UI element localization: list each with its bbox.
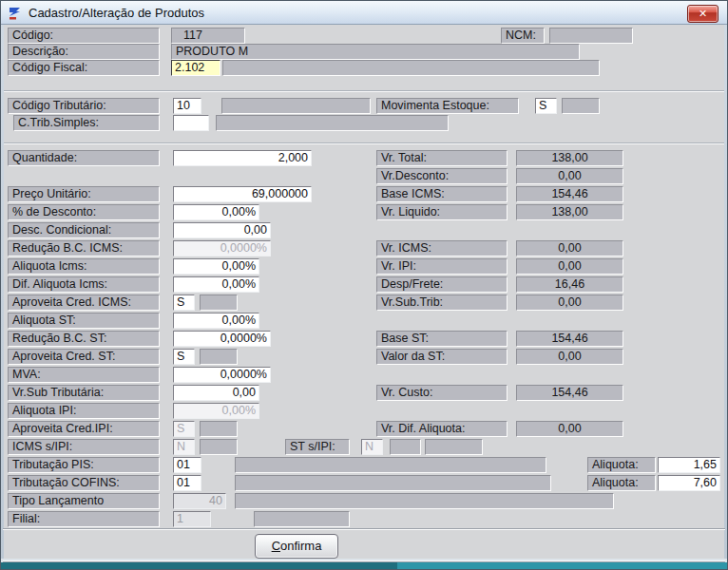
perc-desconto-label: % de Desconto: <box>8 204 160 220</box>
bottom-strip-left <box>0 562 397 570</box>
vr-custo-value: 154,46 <box>516 385 623 401</box>
vr-icms-value: 0,00 <box>516 240 623 256</box>
reducao-bc-st-label: Redução B.C. ST: <box>8 331 160 347</box>
tributacao-cofins-label: Tributação COFINS: <box>8 475 160 491</box>
aproveita-cred-ipi-input: S <box>173 421 195 437</box>
vr-dif-aliquota-label: Vr. Dif. Aliquota: <box>376 421 508 437</box>
perc-desconto-input[interactable]: 0,00% <box>173 204 259 220</box>
movimenta-estoque-input[interactable]: S <box>535 98 557 114</box>
product-edit-window: { "window": { "title": "Cadastro/Alteraç… <box>0 0 728 570</box>
codigo-fiscal-desc-box <box>222 60 600 76</box>
vr-desconto-label: Vr.Desconto: <box>376 168 508 184</box>
filial-label: Filial: <box>8 511 160 527</box>
ctrib-simples-label: C.Trib.Simples: <box>13 115 160 131</box>
section-separator-2 <box>4 142 724 144</box>
aproveita-cred-icms-label: Aproveita Cred. ICMS: <box>8 294 160 311</box>
tributacao-pis-desc-box <box>235 457 546 473</box>
desc-condicional-input[interactable]: 0,00 <box>173 222 271 238</box>
aproveita-cred-st-label: Aproveita Cred. ST: <box>8 349 160 365</box>
desc-condicional-label: Desc. Condicional: <box>8 222 160 238</box>
preco-unitario-label: Preço Unitário: <box>8 186 160 202</box>
reducao-bc-st-input[interactable]: 0,0000% <box>173 331 271 347</box>
codigo-tributario-label: Código Tributário: <box>8 98 160 114</box>
movimenta-estoque-box <box>562 98 600 114</box>
preco-unitario-input[interactable]: 69,000000 <box>173 186 312 202</box>
st-s-ipi-box <box>390 439 421 455</box>
tributacao-cofins-input[interactable]: 01 <box>173 475 201 491</box>
vr-desconto-value: 0,00 <box>516 168 623 184</box>
ncm-label: NCM: <box>501 28 545 44</box>
window-frame-left <box>0 25 4 559</box>
aliquota-pis-input[interactable]: 1,65 <box>658 457 720 473</box>
tipo-lancamento-desc-box <box>235 493 614 509</box>
dif-aliquota-icms-input[interactable]: 0,00% <box>173 276 259 293</box>
mva-label: MVA: <box>8 367 160 383</box>
st-s-ipi-box-2 <box>425 439 483 455</box>
tipo-lancamento-label: Tipo Lançamento <box>8 493 160 509</box>
aproveita-cred-icms-box <box>200 294 238 311</box>
ctrib-simples-input[interactable] <box>173 115 209 131</box>
aproveita-cred-icms-input[interactable]: S <box>173 294 195 311</box>
valor-da-st-label: Valor da ST: <box>376 349 508 365</box>
vr-ipi-label: Vr. IPI: <box>376 258 508 275</box>
icms-s-ipi-input: N <box>173 439 195 455</box>
mva-input[interactable]: 0,0000% <box>173 367 271 383</box>
filial-input: 1 <box>173 511 211 527</box>
vr-liquido-label: Vr. Liquido: <box>376 204 508 220</box>
vr-total-label: Vr. Total: <box>376 150 508 166</box>
quantidade-label: Quantidade: <box>8 150 160 166</box>
desp-frete-label: Desp/Frete: <box>376 276 508 293</box>
vr-sub-trib-value: 0,00 <box>516 294 623 311</box>
aproveita-cred-ipi-label: Aproveita Cred.IPI: <box>8 421 160 437</box>
codigo-tributario-desc-box <box>221 98 371 114</box>
filial-desc-box <box>254 511 350 527</box>
vr-ipi-value: 0,00 <box>516 258 623 275</box>
st-s-ipi-label: ST s/IPI: <box>285 439 350 455</box>
aliquota-ipi-input: 0,00% <box>173 403 259 419</box>
section-separator <box>4 90 724 92</box>
aliquota-pis-label: Aliquota: <box>587 457 656 473</box>
aproveita-cred-st-input[interactable]: S <box>173 349 195 365</box>
tributacao-pis-input[interactable]: 01 <box>173 457 201 473</box>
confirm-button[interactable]: Confirma <box>255 534 338 559</box>
aliquota-st-input[interactable]: 0,00% <box>173 313 259 329</box>
bottom-strip-right <box>397 562 728 570</box>
base-icms-value: 154,46 <box>516 186 623 202</box>
vr-liquido-value: 138,00 <box>516 204 623 220</box>
base-st-value: 154,46 <box>516 331 623 347</box>
reducao-bc-icms-input: 0,0000% <box>173 240 271 256</box>
vr-icms-label: Vr. ICMS: <box>376 240 508 256</box>
confirm-button-label: onfirma <box>280 539 321 553</box>
tributacao-cofins-desc-box <box>235 475 551 491</box>
dif-aliquota-icms-label: Dif. Aliquota Icms: <box>8 276 160 293</box>
ncm-value <box>549 28 633 44</box>
vr-sub-tributaria-input[interactable]: 0,00 <box>173 385 259 401</box>
icms-s-ipi-box <box>200 439 238 455</box>
window-title: Cadastro/Alteração de Produtos <box>29 1 204 25</box>
st-s-ipi-input: N <box>361 439 383 455</box>
movimenta-estoque-label: Movimenta Estoque: <box>376 98 519 114</box>
base-st-label: Base ST: <box>376 331 508 347</box>
vr-sub-trib-label: Vr.Sub.Trib: <box>376 294 508 311</box>
aliquota-st-label: Aliquota ST: <box>8 313 160 329</box>
confirm-button-mnemonic: C <box>272 539 280 553</box>
aliquota-cofins-label: Aliquota: <box>587 475 656 491</box>
codigo-tributario-input[interactable]: 10 <box>173 98 201 114</box>
reducao-bc-icms-label: Redução B.C. ICMS: <box>8 240 160 256</box>
vr-dif-aliquota-value: 0,00 <box>516 421 623 437</box>
icms-s-ipi-label: ICMS s/IPI: <box>8 439 160 455</box>
tributacao-pis-label: Tributação PIS: <box>8 457 160 473</box>
aliquota-icms-label: Aliquota Icms: <box>8 258 160 275</box>
quantidade-input[interactable]: 2,000 <box>173 150 312 166</box>
close-button[interactable]: ✕ <box>687 5 718 23</box>
descricao-value: PRODUTO M <box>171 44 580 60</box>
tipo-lancamento-input: 40 <box>173 493 226 509</box>
codigo-fiscal-input[interactable]: 2.102 <box>171 60 220 76</box>
aliquota-cofins-input[interactable]: 7,60 <box>658 475 720 491</box>
base-icms-label: Base ICMS: <box>376 186 508 202</box>
aliquota-icms-input[interactable]: 0,00% <box>173 258 259 275</box>
title-bar[interactable]: Cadastro/Alteração de Produtos ✕ <box>0 0 728 25</box>
codigo-fiscal-label: Código Fiscal: <box>8 60 160 76</box>
desp-frete-value: 16,46 <box>516 276 623 293</box>
button-panel <box>3 528 725 562</box>
